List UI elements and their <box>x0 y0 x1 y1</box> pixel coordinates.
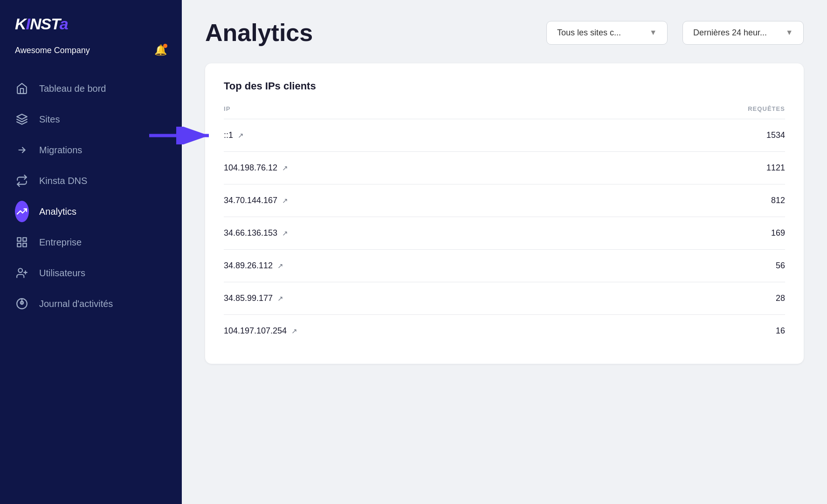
layers-icon <box>15 112 29 126</box>
sidebar-item-analytics-label: Analytics <box>39 206 76 217</box>
logo: KINSTa <box>15 15 68 33</box>
top-ips-card: Top des IPs clients IP REQUÊTES ::1 <box>205 63 804 364</box>
external-link-icon[interactable]: ↗ <box>277 262 283 270</box>
main-content: Analytics Tous les sites c... ▼ Dernière… <box>182 0 827 504</box>
page-title: Analytics <box>205 19 313 47</box>
sidebar-header: KINSTa <box>0 0 182 44</box>
ip-cell: 34.89.26.112 ↗ <box>224 261 283 271</box>
ip-cell: ::1 ↗ <box>224 130 244 140</box>
external-link-icon[interactable]: ↗ <box>291 327 297 335</box>
sidebar-item-utilisateurs-label: Utilisateurs <box>39 268 85 279</box>
sidebar-item-analytics[interactable]: Analytics <box>0 196 182 227</box>
ip-cell: 104.197.107.254 ↗ <box>224 326 297 336</box>
sidebar-item-utilisateurs[interactable]: Utilisateurs <box>0 258 182 288</box>
svg-rect-4 <box>23 243 27 247</box>
svg-marker-0 <box>17 114 27 119</box>
company-row: Awesome Company 🔔 <box>0 44 182 69</box>
company-name: Awesome Company <box>15 46 90 55</box>
utilisateurs-icon <box>15 266 29 280</box>
ip-cell: 34.70.144.167 ↗ <box>224 196 288 205</box>
ip-value: 34.70.144.167 <box>224 196 277 205</box>
svg-rect-5 <box>17 243 21 247</box>
migrations-icon <box>15 143 29 157</box>
ip-cell: 34.66.136.153 ↗ <box>224 228 288 238</box>
ip-value: 34.66.136.153 <box>224 228 277 238</box>
sites-dropdown-label: Tous les sites c... <box>557 28 621 38</box>
sidebar-item-entreprise-label: Entreprise <box>39 237 82 248</box>
table-row: 104.197.107.254 ↗ 16 <box>224 315 785 347</box>
table-row: 34.85.99.177 ↗ 28 <box>224 282 785 315</box>
requests-value: 1534 <box>766 130 785 140</box>
sidebar-item-journal[interactable]: Journal d'activités <box>0 288 182 319</box>
sidebar-nav: Tableau de bord Sites <box>0 69 182 323</box>
main-header: Analytics Tous les sites c... ▼ Dernière… <box>205 19 804 47</box>
external-link-icon[interactable]: ↗ <box>277 294 283 303</box>
sidebar-item-migrations-label: Migrations <box>39 145 82 156</box>
svg-rect-3 <box>23 238 27 241</box>
dns-icon <box>15 174 29 188</box>
entreprise-icon <box>15 235 29 249</box>
requests-value: 28 <box>776 293 785 303</box>
sidebar-item-entreprise[interactable]: Entreprise <box>0 227 182 258</box>
sites-dropdown[interactable]: Tous les sites c... ▼ <box>546 21 668 45</box>
requests-value: 1121 <box>766 163 785 173</box>
sidebar-item-tableau-label: Tableau de bord <box>39 83 106 94</box>
card-title: Top des IPs clients <box>224 80 785 92</box>
requests-value: 812 <box>771 196 785 205</box>
sidebar-item-journal-label: Journal d'activités <box>39 299 113 309</box>
analytics-icon <box>15 204 29 218</box>
external-link-icon[interactable]: ↗ <box>282 197 288 205</box>
svg-rect-2 <box>17 238 21 241</box>
sidebar-item-tableau[interactable]: Tableau de bord <box>0 73 182 104</box>
journal-icon <box>15 297 29 311</box>
sidebar-item-dns-label: Kinsta DNS <box>39 176 87 186</box>
home-icon <box>15 82 29 95</box>
ip-value: 104.198.76.12 <box>224 163 277 173</box>
ip-cell: 104.198.76.12 ↗ <box>224 163 288 173</box>
col-requests-label: REQUÊTES <box>748 105 785 112</box>
period-dropdown-label: Dernières 24 heur... <box>693 28 767 38</box>
requests-value: 56 <box>776 261 785 271</box>
ip-value: 34.89.26.112 <box>224 261 273 271</box>
table-row: 104.198.76.12 ↗ 1121 <box>224 152 785 184</box>
ip-value: ::1 <box>224 130 233 140</box>
period-dropdown[interactable]: Dernières 24 heur... ▼ <box>682 21 804 45</box>
ip-value: 34.85.99.177 <box>224 293 273 303</box>
highlight-arrow <box>149 127 214 144</box>
sidebar: KINSTa Awesome Company 🔔 Tableau de bord <box>0 0 182 504</box>
bell-dot <box>163 44 167 48</box>
table-row: 34.66.136.153 ↗ 169 <box>224 217 785 250</box>
external-link-icon[interactable]: ↗ <box>238 131 244 140</box>
table-row: ::1 ↗ 1534 <box>224 119 785 152</box>
svg-point-6 <box>18 268 22 272</box>
ip-cell: 34.85.99.177 ↗ <box>224 293 283 303</box>
table-row: 34.89.26.112 ↗ 56 <box>224 250 785 282</box>
external-link-icon[interactable]: ↗ <box>282 229 288 238</box>
requests-value: 169 <box>771 228 785 238</box>
sites-dropdown-chevron: ▼ <box>649 28 657 37</box>
bell-icon[interactable]: 🔔 <box>154 44 167 56</box>
ip-value: 104.197.107.254 <box>224 326 287 336</box>
sidebar-item-sites-label: Sites <box>39 114 60 125</box>
requests-value: 16 <box>776 326 785 336</box>
sidebar-item-dns[interactable]: Kinsta DNS <box>0 165 182 196</box>
table-row: 34.70.144.167 ↗ 812 <box>224 184 785 217</box>
table-header: IP REQUÊTES <box>224 105 785 119</box>
external-link-icon[interactable]: ↗ <box>282 164 288 172</box>
col-ip-label: IP <box>224 105 230 112</box>
period-dropdown-chevron: ▼ <box>786 28 793 37</box>
